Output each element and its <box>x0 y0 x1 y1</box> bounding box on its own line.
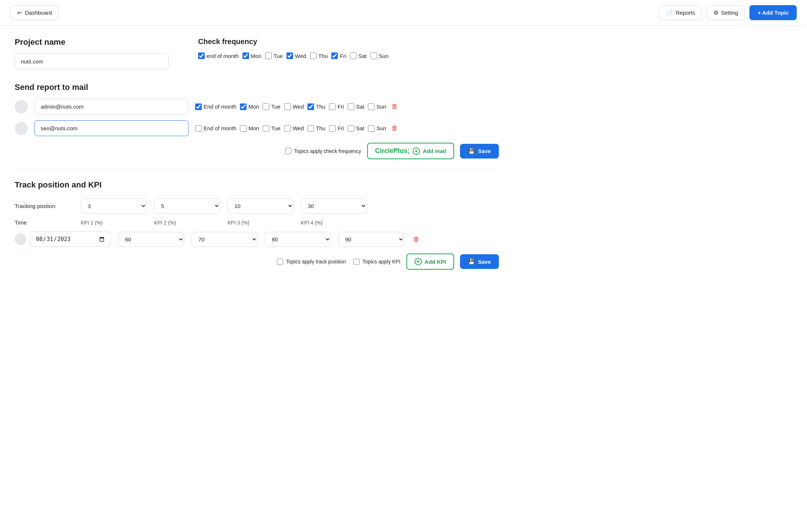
mail-rows: End of month Mon Tue Wed <box>15 99 499 136</box>
time-label: Time <box>15 219 73 226</box>
check-freq-end-of-month-checkbox[interactable] <box>198 52 205 59</box>
mail-2-thu[interactable]: Thu <box>307 125 325 132</box>
mail-input-1[interactable] <box>34 99 189 114</box>
check-freq-sun[interactable]: Sun <box>370 52 389 59</box>
check-freq-sun-label: Sun <box>379 53 389 59</box>
check-freq-end-of-month[interactable]: end of month <box>198 52 239 59</box>
mail-1-sat-checkbox[interactable] <box>348 103 354 110</box>
check-freq-wed-checkbox[interactable] <box>286 52 293 59</box>
mail-2-freq-row: End of month Mon Tue Wed <box>195 123 399 134</box>
kpi-3-value-select[interactable]: 60 70 80 90 <box>265 232 331 247</box>
section-divider <box>15 170 499 170</box>
mail-2-mon-label: Mon <box>248 125 259 131</box>
add-mail-button[interactable]: CirclePlus; + Add mail <box>367 143 454 159</box>
project-title: Project name <box>15 37 169 47</box>
mail-2-fri-label: Fri <box>337 125 344 131</box>
topics-apply-track-checkbox[interactable] <box>277 259 283 265</box>
mail-1-end-of-month-checkbox[interactable] <box>195 103 202 110</box>
mail-2-fri[interactable]: Fri <box>329 125 344 132</box>
mail-1-end-of-month[interactable]: End of month <box>195 103 236 110</box>
mail-2-sat[interactable]: Sat <box>348 125 365 132</box>
check-freq-tue[interactable]: Tue <box>265 52 283 59</box>
mail-2-sat-label: Sat <box>356 125 365 131</box>
check-freq-thu[interactable]: Thu <box>310 52 328 59</box>
mail-1-sun-checkbox[interactable] <box>368 103 375 110</box>
main-content: Project name Check frequency end of mont… <box>0 26 514 281</box>
mail-2-fri-checkbox[interactable] <box>329 125 336 132</box>
reports-icon: 📄 <box>666 10 673 16</box>
check-freq-mon-checkbox[interactable] <box>242 52 249 59</box>
check-freq-thu-checkbox[interactable] <box>310 52 317 59</box>
reports-button[interactable]: 📄 Reports <box>659 6 702 20</box>
mail-2-wed-checkbox[interactable] <box>284 125 291 132</box>
tracking-position-select-1[interactable]: 3 5 10 30 <box>81 198 147 214</box>
tracking-position-select-4[interactable]: 3 5 10 30 <box>301 198 367 214</box>
mail-1-wed-checkbox[interactable] <box>284 103 291 110</box>
project-section: Project name <box>15 37 169 69</box>
arrow-left-icon: ↩ <box>17 10 22 16</box>
mail-1-sat[interactable]: Sat <box>348 103 365 110</box>
mail-2-end-of-month-checkbox[interactable] <box>195 125 202 132</box>
send-report-save-button[interactable]: 💾 Save <box>460 144 499 158</box>
mail-1-mon-checkbox[interactable] <box>240 103 247 110</box>
tracking-position-select-2[interactable]: 3 5 10 30 <box>154 198 220 214</box>
mail-1-thu-checkbox[interactable] <box>307 103 314 110</box>
check-freq-fri[interactable]: Fri <box>331 52 346 59</box>
mail-1-wed[interactable]: Wed <box>284 103 304 110</box>
mail-1-fri[interactable]: Fri <box>329 103 344 110</box>
delete-mail-2-button[interactable]: 🗑 <box>390 123 399 134</box>
project-name-input[interactable] <box>15 54 169 69</box>
mail-2-mon-checkbox[interactable] <box>240 125 247 132</box>
mail-2-mon[interactable]: Mon <box>240 125 259 132</box>
delete-mail-1-button[interactable]: 🗑 <box>390 101 399 112</box>
mail-2-end-of-month[interactable]: End of month <box>195 125 236 132</box>
add-mail-label: Add mail <box>423 148 446 154</box>
mail-2-tue-label: Tue <box>271 125 280 131</box>
kpi-1-value-select[interactable]: 60 70 80 90 <box>118 232 184 247</box>
tracking-position-select-3[interactable]: 3 5 10 30 <box>227 198 293 214</box>
mail-2-sun[interactable]: Sun <box>368 125 386 132</box>
check-freq-sun-checkbox[interactable] <box>370 52 377 59</box>
kpi-2-value-select[interactable]: 60 70 80 90 <box>191 232 258 247</box>
mail-2-tue-checkbox[interactable] <box>263 125 269 132</box>
mail-1-fri-checkbox[interactable] <box>329 103 336 110</box>
track-kpi-save-label: Save <box>478 259 491 265</box>
setting-button[interactable]: ⚙ Setting <box>706 6 745 20</box>
kpi-row-avatar <box>15 233 26 245</box>
topics-apply-kpi-checkbox[interactable] <box>353 259 359 265</box>
topics-apply-track-check[interactable]: Topics apply track position <box>277 259 346 265</box>
mail-2-thu-checkbox[interactable] <box>307 125 314 132</box>
mail-2-thu-label: Thu <box>316 125 325 131</box>
topics-apply-check-frequency-label: Topics apply check frequency <box>294 148 361 154</box>
kpi-4-header: KPI 4 (%) <box>301 220 367 226</box>
mail-input-2[interactable] <box>34 120 189 136</box>
check-freq-fri-checkbox[interactable] <box>331 52 338 59</box>
kpi-date-input-1[interactable] <box>30 232 111 247</box>
topics-apply-kpi-check[interactable]: Topics apply KPI <box>353 259 401 265</box>
dashboard-button[interactable]: ↩ Dashboard <box>10 6 59 20</box>
mail-1-mon[interactable]: Mon <box>240 103 259 110</box>
check-frequency-title: Check frequency <box>198 37 499 46</box>
check-freq-sat-label: Sat <box>358 53 367 59</box>
mail-1-tue-checkbox[interactable] <box>263 103 269 110</box>
add-topic-button[interactable]: + Add Topic <box>749 5 797 20</box>
mail-1-thu[interactable]: Thu <box>307 103 325 110</box>
topics-apply-check-frequency-checkbox[interactable] <box>285 148 291 154</box>
mail-1-sun[interactable]: Sun <box>368 103 386 110</box>
mail-2-sun-checkbox[interactable] <box>368 125 375 132</box>
check-freq-tue-checkbox[interactable] <box>265 52 272 59</box>
mail-2-wed[interactable]: Wed <box>284 125 304 132</box>
mail-1-tue[interactable]: Tue <box>263 103 280 110</box>
check-freq-sat-checkbox[interactable] <box>350 52 357 59</box>
add-kpi-button[interactable]: + Add KPI <box>406 254 454 270</box>
check-freq-sat[interactable]: Sat <box>350 52 367 59</box>
check-freq-wed[interactable]: Wed <box>286 52 306 59</box>
check-freq-mon[interactable]: Mon <box>242 52 262 59</box>
check-frequency-row: end of month Mon Tue Wed Thu <box>198 52 499 59</box>
track-kpi-save-button[interactable]: 💾 Save <box>460 254 499 269</box>
topics-apply-check-frequency[interactable]: Topics apply check frequency <box>285 148 361 154</box>
mail-2-sat-checkbox[interactable] <box>348 125 354 132</box>
kpi-4-value-select[interactable]: 60 70 80 90 <box>338 232 404 247</box>
mail-2-tue[interactable]: Tue <box>263 125 280 132</box>
delete-kpi-row-1-button[interactable]: 🗑 <box>412 234 421 245</box>
